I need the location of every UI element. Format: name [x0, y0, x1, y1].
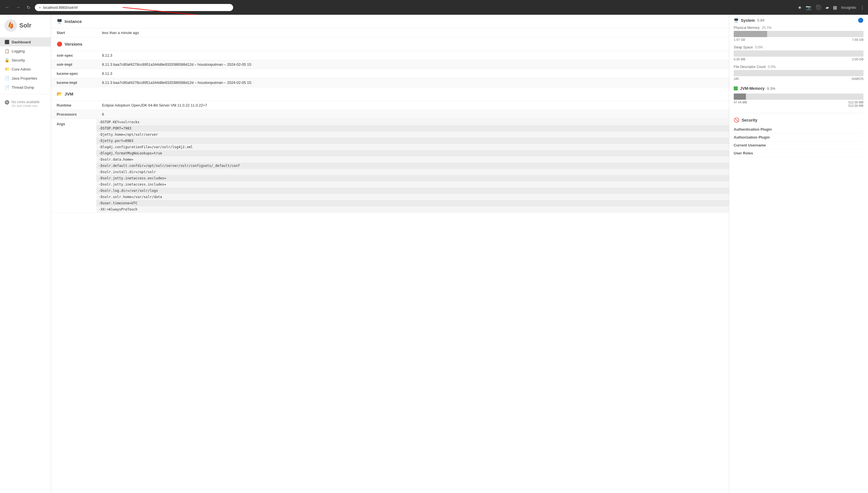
- arg-line: -XX:+AlwaysPreTouch: [96, 206, 729, 213]
- center-panel: 🖥️ Instance Start less than a minute ago…: [51, 15, 729, 493]
- sidebar-item-thread-dump-label: Thread Dump: [12, 85, 34, 89]
- arg-line: -Dsolr.install.dir=/opt/solr: [96, 169, 729, 175]
- physical-memory-pct: 25.7%: [762, 26, 772, 30]
- jvm-title: JVM: [65, 91, 73, 97]
- file-descriptor-total: 1048576: [851, 77, 864, 81]
- physical-memory-total: 7.66 GB: [852, 38, 864, 41]
- file-descriptor-block: File Descriptor Count 0.0% 185 1048576: [734, 65, 864, 81]
- system-percent: 0.84: [757, 18, 764, 22]
- right-panel: 🖥️ System 0.84 🔵 Physical Memory 25.7%: [729, 15, 868, 493]
- app-container: Solr ⬛ Dashboard 📋 Logging 🔒 Security 📁 …: [0, 15, 868, 493]
- physical-memory-used: 1.97 GB: [734, 38, 745, 41]
- solr-impl-value: 8.11.3 baa7c80af4278cc8951a344d8e9320386…: [96, 60, 729, 69]
- jvm-table: Runtime Eclipse Adoptium OpenJDK 64-Bit …: [51, 101, 729, 213]
- extension-icon[interactable]: ▰: [825, 5, 829, 10]
- sidebar-item-thread-dump[interactable]: 📄 Thread Dump: [0, 83, 51, 92]
- start-label: Start: [51, 28, 96, 37]
- arg-line: -Dlog4j.configurationFile=/var/solr/log4…: [96, 144, 729, 150]
- security-section: 🚫 Security Authentication PluginAuthoriz…: [734, 113, 864, 157]
- sidebar-item-core-admin-label: Core Admin: [12, 67, 31, 71]
- arg-line: -DSTOP.PORT=7983: [96, 125, 729, 131]
- sidebar-item-logging-label: Logging: [12, 49, 25, 53]
- menu-icon[interactable]: ⋮: [860, 5, 865, 10]
- screenshot-icon[interactable]: 📷: [806, 5, 811, 10]
- dashboard-icon: ⬛: [4, 40, 9, 44]
- sidebar-item-core-admin[interactable]: 📁 Core Admin: [0, 65, 51, 74]
- runtime-label: Runtime: [51, 101, 96, 110]
- solr-spec-value: 8.11.3: [96, 51, 729, 60]
- security-panel-title: Security: [742, 118, 757, 122]
- instance-section-header: 🖥️ Instance: [51, 15, 729, 28]
- star-icon[interactable]: ★: [798, 5, 802, 10]
- security-icon: 🔒: [4, 58, 9, 62]
- url-text: localhost:8983/solr/#/: [43, 5, 229, 9]
- jvm-memory-percent: 9.3%: [767, 86, 775, 91]
- no-cores-line2: Go and create one: [12, 104, 40, 107]
- sidebar-item-java-properties-label: Java Properties: [12, 76, 37, 81]
- start-value: less than a minute ago: [96, 28, 729, 37]
- instance-icon: 🖥️: [57, 19, 62, 24]
- swap-space-label: Swap Space: [734, 45, 753, 49]
- sidebar-item-dashboard-label: Dashboard: [12, 40, 31, 44]
- forward-button[interactable]: →: [14, 4, 22, 11]
- back-button[interactable]: ←: [3, 4, 11, 11]
- swap-space-block: Swap Space 0.0% 0.00 MB 2.00 GB: [734, 45, 864, 61]
- physical-memory-fill: [734, 31, 767, 37]
- jvm-memory-title: JVM-Memory: [740, 86, 765, 91]
- sidebar-item-dashboard[interactable]: ⬛ Dashboard: [0, 37, 51, 46]
- swap-used: 0.00 MB: [734, 58, 745, 61]
- jvm-memory-bar: [734, 93, 864, 100]
- security-item: Authorization Plugin: [734, 133, 864, 142]
- swap-space-pct: 0.0%: [755, 45, 763, 49]
- refresh-button[interactable]: 🔵: [858, 18, 864, 23]
- sidebar: Solr ⬛ Dashboard 📋 Logging 🔒 Security 📁 …: [0, 15, 51, 493]
- file-descriptor-bar: [734, 70, 864, 76]
- arg-line: -Djetty.port=8983: [96, 138, 729, 144]
- args-label: Args: [51, 119, 96, 213]
- security-items: Authentication PluginAuthorization Plugi…: [734, 126, 864, 157]
- processors-label: Processors: [51, 110, 96, 119]
- no-cores-icon: 🔘: [4, 100, 9, 105]
- versions-section-header: 🔴 Versions: [51, 37, 729, 51]
- address-bar[interactable]: ● localhost:8983/solr/#/: [35, 4, 233, 11]
- table-row: solr-spec 8.11.3: [51, 51, 729, 60]
- swap-total: 2.00 GB: [852, 58, 864, 61]
- lucene-impl-value: 8.11.3 baa7c80af4278cc8951a344d8e9320386…: [96, 78, 729, 87]
- instance-table: Start less than a minute ago: [51, 28, 729, 37]
- logging-icon: 📋: [4, 49, 9, 53]
- lucene-spec-label: lucene-spec: [51, 69, 96, 78]
- jvm-memory-fill: [734, 93, 746, 100]
- sidebar-item-java-properties[interactable]: 📄 Java Properties: [0, 74, 51, 83]
- table-row: Runtime Eclipse Adoptium OpenJDK 64-Bit …: [51, 101, 729, 110]
- jvm-memory-header: JVM-Memory 9.3%: [734, 86, 864, 91]
- jvm-section-header: 📂 JVM: [51, 87, 729, 101]
- security-panel-icon: 🚫: [734, 117, 739, 123]
- no-cores-line1: No cores available: [12, 100, 40, 104]
- sidebar-no-cores: 🔘 No cores available Go and create one: [0, 97, 51, 111]
- arg-line: -Dlog4j.formatMsgNoLookups=true: [96, 150, 729, 156]
- sidebar-toggle-icon[interactable]: ▦: [833, 5, 837, 10]
- arg-line: -Dsolr.default.confdir=/opt/solr/server/…: [96, 163, 729, 169]
- table-row: solr-impl 8.11.3 baa7c80af4278cc8951a344…: [51, 60, 729, 69]
- versions-icon: 🔴: [57, 41, 62, 47]
- instance-title: Instance: [65, 19, 82, 24]
- table-row: lucene-impl 8.11.3 baa7c80af4278cc8951a3…: [51, 78, 729, 87]
- browser-toolbar: ★ 📷 ⚫ ▰ ▦ Incognito ⋮: [798, 4, 865, 10]
- reload-button[interactable]: ↻: [25, 4, 32, 11]
- sidebar-item-logging[interactable]: 📋 Logging: [0, 46, 51, 56]
- arg-line: -Duser.timezone=UTC: [96, 200, 729, 206]
- arg-line: -Dsolr.jetty.inetaccess.excludes=: [96, 175, 729, 181]
- arg-line: -DSTOP.KEY=solrrocks: [96, 119, 729, 125]
- args-container: -DSTOP.KEY=solrrocks-DSTOP.PORT=7983-Dje…: [96, 119, 729, 213]
- system-header-icon: 🖥️: [734, 18, 739, 23]
- jvm-icon: 📂: [57, 91, 62, 97]
- solr-impl-label: solr-impl: [51, 60, 96, 69]
- jvm-memory-icon: [734, 86, 738, 90]
- arg-line: -Dsolr.jetty.inetaccess.includes=: [96, 181, 729, 188]
- args-row: Args -DSTOP.KEY=solrrocks-DSTOP.PORT=798…: [51, 119, 729, 213]
- stop-icon[interactable]: ⚫: [815, 4, 822, 10]
- sidebar-item-security[interactable]: 🔒 Security: [0, 56, 51, 65]
- security-item: Current Username: [734, 142, 864, 149]
- args-values: -DSTOP.KEY=solrrocks-DSTOP.PORT=7983-Dje…: [96, 119, 729, 213]
- arg-line: -Dsolr.data.home=: [96, 156, 729, 163]
